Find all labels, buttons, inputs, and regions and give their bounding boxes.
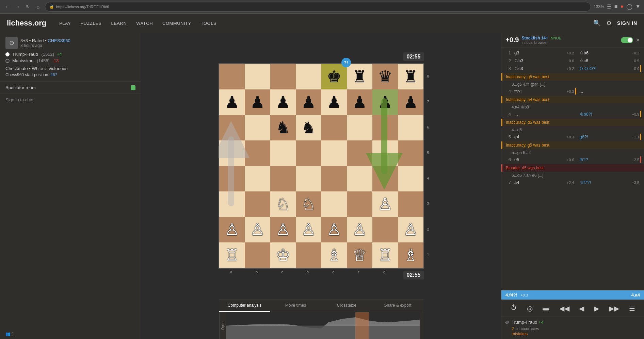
ext1[interactable]: ☰ [607, 3, 612, 10]
move-4-black-dots[interactable]: ... [578, 88, 642, 95]
flip-board-button[interactable] [508, 303, 520, 314]
square-b5[interactable] [245, 140, 270, 166]
menu-button[interactable]: ☰ [626, 303, 638, 314]
square-f2[interactable]: ♙ [347, 217, 372, 242]
chess960-link[interactable]: CHESS960 [48, 38, 70, 43]
prev-move-button[interactable]: ◀ [576, 303, 587, 314]
square-a4[interactable] [219, 166, 245, 191]
ext5[interactable]: ▼ [635, 3, 641, 10]
square-a2[interactable]: ♙ [219, 217, 245, 242]
square-b7[interactable]: ♟ [245, 89, 270, 115]
square-f1[interactable]: ♕ [347, 242, 372, 268]
square-e6[interactable] [321, 115, 347, 140]
square-g4[interactable] [372, 166, 398, 191]
search-icon[interactable]: 🔍 [593, 19, 601, 27]
square-f5[interactable] [347, 140, 372, 166]
square-f6[interactable] [347, 115, 372, 140]
white-player-name[interactable]: Trump-Fraud [12, 52, 38, 57]
move-2-white[interactable]: ♘b3 0.0 [512, 57, 576, 64]
square-c3[interactable]: ♘ [270, 191, 296, 217]
sign-in-chat[interactable]: Sign in to chat [5, 97, 33, 102]
square-c5[interactable] [270, 140, 296, 166]
reload-button[interactable]: ↻ [24, 3, 32, 11]
square-b3[interactable] [245, 191, 270, 217]
square-e8[interactable]: ♚ ?! [321, 64, 347, 89]
home-button[interactable]: ⌂ [34, 3, 42, 11]
sign-in-button[interactable]: SIGN IN [617, 20, 637, 26]
move-1-white[interactable]: g3 +0.2 [512, 50, 576, 56]
settings-icon[interactable]: ⚙ [606, 19, 612, 27]
ext2[interactable]: ■ [614, 3, 618, 10]
tab-computer-analysis[interactable]: Computer analysis [219, 300, 270, 312]
square-c1[interactable]: ♔ [270, 242, 296, 268]
address-bar[interactable]: 🔒 https://lichess.org/TdRGFHRi#6 [45, 2, 591, 12]
move-6-white[interactable]: e5 +0.6 [512, 156, 576, 163]
square-g7[interactable]: ♟ [372, 89, 398, 115]
move-3-black[interactable]: O-O-O?! +0.9 [578, 65, 642, 72]
forward-button[interactable]: → [14, 3, 22, 11]
nav-tools[interactable]: TOOLS [196, 14, 221, 33]
square-d4[interactable] [296, 166, 321, 191]
tab-crosstable[interactable]: Crosstable [321, 300, 372, 312]
square-g2[interactable] [372, 217, 398, 242]
nav-learn[interactable]: LEARN [106, 14, 131, 33]
browser-controls[interactable]: ← → ↻ ⌂ [3, 3, 42, 11]
last-move-button[interactable]: ▶▶ [606, 303, 622, 314]
square-f8[interactable]: ♜ [347, 64, 372, 89]
black-player-name[interactable]: Mahissimo [12, 58, 33, 63]
square-h1[interactable]: ♗ [398, 242, 423, 268]
square-g3[interactable]: ♙ [372, 191, 398, 217]
square-h6[interactable] [398, 115, 423, 140]
nav-puzzles[interactable]: PUZZLES [76, 14, 106, 33]
square-e1[interactable]: ♗ [321, 242, 347, 268]
chess-board[interactable]: ♚ ?! ♜ ♛ ♜ ♟ [219, 63, 424, 269]
square-g1[interactable]: ♖ [372, 242, 398, 268]
move-1-black[interactable]: ♘b6 +0.2 [578, 50, 642, 56]
square-f4[interactable] [347, 166, 372, 191]
square-c2[interactable]: ♙ [270, 217, 296, 242]
tab-move-times[interactable]: Move times [270, 300, 321, 312]
square-a1[interactable]: ♖ [219, 242, 245, 268]
move-4-white-dots[interactable]: ... [512, 111, 576, 117]
move-5-white[interactable]: e4 +0.3 [512, 134, 576, 140]
move-3-white[interactable]: ♘c3 +0.2 [512, 65, 576, 72]
square-c7[interactable]: ♟ [270, 89, 296, 115]
square-c8[interactable] [270, 64, 296, 89]
close-engine-button[interactable]: ✕ [636, 37, 640, 43]
start-pos-link[interactable]: 267 [50, 72, 57, 77]
nav-community[interactable]: COMMUNITY [158, 14, 196, 33]
move-5-black[interactable]: g6?! +1.1 [578, 134, 642, 140]
board-view-button[interactable]: ▬ [540, 303, 552, 313]
square-d8[interactable] [296, 64, 321, 89]
tab-share-export[interactable]: Share & export [372, 300, 423, 312]
next-move-button[interactable]: ▶ [591, 303, 602, 314]
ext4[interactable]: ◯ [626, 3, 632, 10]
square-h3[interactable] [398, 191, 423, 217]
square-b2[interactable]: ♙ [245, 217, 270, 242]
first-move-button[interactable]: ◀◀ [557, 303, 572, 314]
square-h7[interactable]: ♟ [398, 89, 423, 115]
square-e2[interactable]: ♙ [321, 217, 347, 242]
square-a3[interactable] [219, 191, 245, 217]
square-h5[interactable] [398, 140, 423, 166]
square-f3[interactable] [347, 191, 372, 217]
square-c6[interactable]: ♞ [270, 115, 296, 140]
square-d6[interactable]: ♞ [296, 115, 321, 140]
square-d3[interactable]: ♘ [296, 191, 321, 217]
square-b4[interactable] [245, 166, 270, 191]
move-4-black[interactable]: ♔b8?! +0.9 [578, 111, 642, 117]
move-4-white[interactable]: f4?! +0.3 [512, 88, 576, 95]
square-b8[interactable] [245, 64, 270, 89]
square-h4[interactable] [398, 166, 423, 191]
square-e5[interactable] [321, 140, 347, 166]
square-b1[interactable] [245, 242, 270, 268]
square-f7[interactable]: ♟ [347, 89, 372, 115]
square-d7[interactable]: ♟ [296, 89, 321, 115]
back-button[interactable]: ← [3, 3, 12, 11]
toggle-switch[interactable] [621, 37, 633, 43]
move-7-black[interactable]: ♕f7?! +3.5 [578, 179, 642, 186]
square-a5[interactable] [219, 140, 245, 166]
square-h2[interactable]: ♙ [398, 217, 423, 242]
square-g5[interactable] [372, 140, 398, 166]
logo[interactable]: lichess.org [7, 19, 46, 28]
